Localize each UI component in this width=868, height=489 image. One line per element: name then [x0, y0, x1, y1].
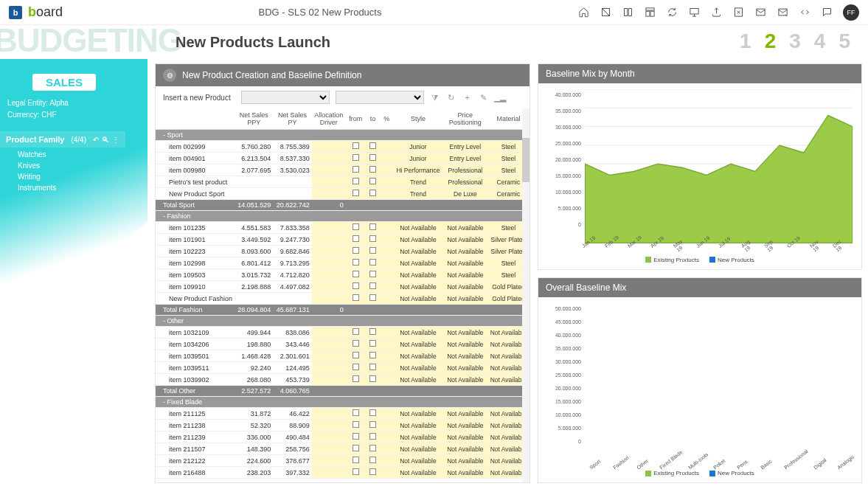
table-row[interactable]: item 1095033.015.7324.712.820Not Availab…	[156, 269, 530, 281]
present-icon[interactable]	[688, 7, 700, 18]
family-item[interactable]: Watches	[18, 149, 56, 160]
layout-icon[interactable]	[644, 7, 656, 18]
table-row[interactable]: Pietro's test productTrendProfessionalCe…	[156, 176, 530, 188]
product-table[interactable]: Net Sales PPYNet Sales PYAllocation Driv…	[156, 108, 530, 482]
group-header[interactable]: - Other	[156, 316, 530, 327]
table-row[interactable]: item 216488238.203397.332Not AvailableNo…	[156, 467, 530, 479]
insert-select-1[interactable]	[241, 91, 330, 104]
column-header[interactable]	[156, 108, 235, 130]
table-row[interactable]: item 103951192.240124.495Not AvailableNo…	[156, 362, 530, 374]
step-5[interactable]: 5	[839, 30, 850, 53]
table-row[interactable]: item 21112531.87246.422Not AvailableNot …	[156, 408, 530, 420]
chat-icon[interactable]	[821, 7, 833, 18]
chart1-body: 40.000.00035.000.00030.000.00025.000.000…	[538, 83, 861, 269]
mail-send-icon[interactable]	[777, 7, 788, 18]
insert-select-2[interactable]	[336, 91, 424, 104]
table-row[interactable]: item 1032109499.944838.086Not AvailableN…	[156, 327, 530, 339]
window-title: BDG - SLS 02 New Products	[63, 7, 577, 18]
column-header[interactable]: Net Sales PPY	[235, 108, 273, 130]
column-header[interactable]: %	[380, 108, 393, 130]
code-icon[interactable]	[799, 7, 810, 18]
chart-icon[interactable]: ▁▂	[495, 92, 505, 103]
svg-rect-5	[690, 9, 698, 15]
product-family-header[interactable]: Product Family (4/4) ↶ 🔍︎ ⋮	[0, 131, 125, 148]
table-row[interactable]: New Product SportTrendDe LuxeCeramic	[156, 188, 530, 200]
svg-rect-9	[756, 9, 764, 15]
product-family-list: WatchesKnivesWritingInstruments	[18, 149, 56, 193]
add-icon[interactable]: +	[462, 92, 473, 103]
svg-rect-3	[645, 11, 649, 16]
column-header[interactable]: Price Positioning	[443, 108, 487, 130]
family-item[interactable]: Knives	[18, 160, 56, 171]
excel-icon[interactable]	[732, 7, 744, 18]
right-column: Baseline Mix by Month 40.000.00035.000.0…	[538, 63, 862, 483]
bar-chart	[543, 303, 857, 306]
family-item[interactable]: Writing	[18, 171, 56, 182]
table-row[interactable]: item 1029986.801.4129.713.295Not Availab…	[156, 257, 530, 269]
export-icon[interactable]	[710, 7, 722, 18]
avatar[interactable]: FF	[843, 4, 859, 21]
table-row[interactable]: item 0029995.760.2808.755.389JuniorEntry…	[156, 141, 530, 153]
toolbar-icons: FF	[577, 4, 859, 21]
step-1[interactable]: 1	[740, 30, 751, 53]
total-row: Total Other2.527.5724.060.765	[156, 386, 530, 397]
total-row: Total Fashion28.094.80445.687.1310	[156, 305, 530, 316]
undo-icon[interactable]: ↶	[93, 136, 99, 144]
sales-badge: SALES	[32, 74, 96, 91]
table-row[interactable]: item 0049016.213.5048.537.330JuniorEntry…	[156, 153, 530, 164]
group-header[interactable]: - Fixed Blade	[156, 397, 530, 408]
table-row[interactable]: item 1099102.198.8884.497.082Not Availab…	[156, 281, 530, 293]
table-row[interactable]: item 0099802.077.6953.530.023Hi Performa…	[156, 164, 530, 176]
panel-title-chart2: Overall Baseline Mix	[546, 282, 626, 293]
selection-icon[interactable]	[600, 7, 611, 18]
table-row[interactable]: item 211239336.000490.484Not AvailableNo…	[156, 431, 530, 443]
overall-baseline-panel: Overall Baseline Mix 50.000.00045.000.00…	[538, 277, 862, 484]
table-row[interactable]: item 1022238.093.6009.682.846Not Availab…	[156, 246, 530, 257]
product-creation-panel: ⚙︎ New Product Creation and Baseline Def…	[155, 63, 530, 483]
panel-header-left: ⚙︎ New Product Creation and Baseline Def…	[156, 64, 530, 86]
gear-icon[interactable]: ⚙︎	[163, 69, 176, 82]
scrollbar[interactable]	[522, 108, 530, 482]
step-4[interactable]: 4	[814, 30, 826, 53]
book-icon[interactable]	[622, 7, 633, 18]
group-header[interactable]: - Fashion	[156, 211, 530, 222]
chart2-body: 50.000.00045.000.00040.000.00035.000.000…	[538, 297, 861, 483]
column-header[interactable]: from	[346, 108, 366, 130]
menu-icon[interactable]: ⋮	[112, 136, 119, 144]
bar-chart-wrap: 50.000.00045.000.00040.000.00035.000.000…	[543, 303, 857, 461]
app-logo-badge: b	[9, 6, 22, 19]
family-item[interactable]: Instruments	[18, 182, 56, 193]
step-3[interactable]: 3	[789, 30, 801, 53]
mail-icon[interactable]	[754, 7, 766, 18]
svg-rect-4	[650, 11, 654, 16]
table-row[interactable]: item 1039902268.080453.739Not AvailableN…	[156, 374, 530, 386]
table-row[interactable]: item 1012354.551.5837.833.358Not Availab…	[156, 222, 530, 234]
refresh-icon[interactable]	[666, 7, 678, 18]
background-title: BUDGETING	[0, 22, 182, 59]
currency-row: Currency: CHF	[7, 111, 57, 119]
product-family-title: Product Family	[6, 135, 64, 144]
group-header[interactable]: - Sport	[156, 130, 530, 141]
table-row[interactable]: item 1034206198.880343.446Not AvailableN…	[156, 339, 530, 350]
step-2[interactable]: 2	[765, 30, 777, 53]
column-header[interactable]: to	[366, 108, 381, 130]
table-row[interactable]: item 211507148.390258.756Not AvailableNo…	[156, 443, 530, 455]
filter-icon[interactable]: ⧩	[430, 92, 440, 103]
table-row[interactable]: item 21123852.32088.909Not AvailableNot …	[156, 420, 530, 431]
table-row[interactable]: item 212122224.600378.677Not AvailableNo…	[156, 455, 530, 467]
column-header[interactable]: Style	[393, 108, 443, 130]
table-row[interactable]: New Product FashionNot AvailableNot Avai…	[156, 293, 530, 305]
search-icon[interactable]: 🔍︎	[102, 136, 109, 144]
column-header[interactable]: Net Sales PY	[273, 108, 311, 130]
panel-header-chart2: Overall Baseline Mix	[538, 278, 861, 297]
svg-rect-10	[778, 9, 786, 15]
edit-icon[interactable]: ✎	[479, 92, 489, 103]
panel-title-left: New Product Creation and Baseline Defini…	[182, 70, 361, 80]
reload-icon[interactable]: ↻	[446, 92, 456, 103]
column-header[interactable]: Allocation Driver	[312, 108, 346, 130]
table-row[interactable]: item 1019013.449.5929.247.730Not Availab…	[156, 234, 530, 246]
home-icon[interactable]	[577, 7, 589, 18]
total-row: Total Sport14.051.52920.822.7420	[156, 200, 530, 211]
product-family-count: (4/4)	[71, 136, 86, 144]
table-row[interactable]: item 10395011.468.4282.301.601Not Availa…	[156, 350, 530, 362]
